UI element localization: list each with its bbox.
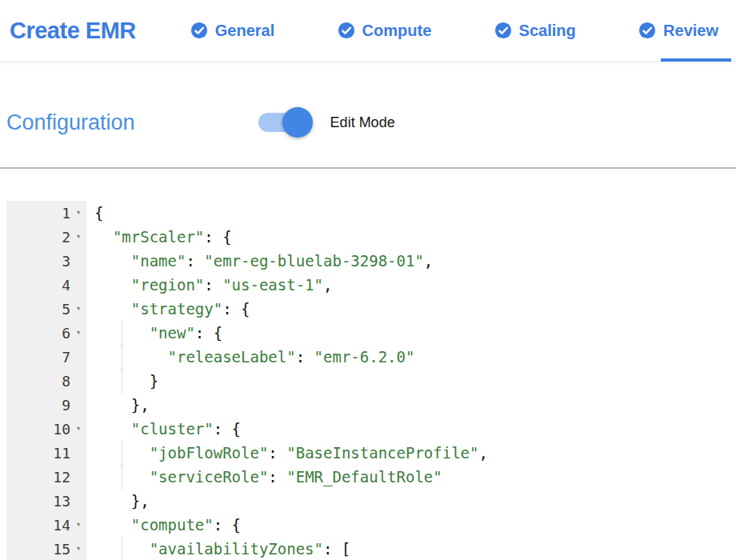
- indent-guide: [122, 345, 122, 369]
- line-number: 11: [6, 441, 86, 465]
- line-number: 7: [6, 345, 86, 369]
- toggle-knob: [282, 107, 313, 138]
- code-line: },: [94, 393, 736, 417]
- fold-arrow-icon[interactable]: ▾: [70, 321, 86, 345]
- code-line: "cluster": {: [94, 417, 736, 441]
- check-circle-icon: [638, 22, 656, 39]
- code-line: "jobFlowRole": "BaseInstanceProfile",: [94, 441, 736, 465]
- indent-guide: [122, 537, 122, 560]
- editor-gutter: 1▾2▾345▾6▾78910▾11121314▾15▾16▾: [6, 201, 86, 560]
- step-label: Scaling: [519, 22, 576, 40]
- step-label: Review: [663, 22, 718, 40]
- code-line: "region": "us-east-1",: [94, 273, 736, 297]
- editor-code[interactable]: { "mrScaler": { "name": "emr-eg-bluelab-…: [86, 201, 736, 560]
- line-number-text: 2: [62, 229, 70, 246]
- step-label: General: [215, 22, 274, 40]
- line-number: 8: [6, 369, 86, 393]
- line-number-text: 6: [62, 325, 70, 342]
- code-line: },: [94, 489, 736, 513]
- line-number-text: 15: [53, 541, 70, 558]
- code-line: "serviceRole": "EMR_DefaultRole": [94, 465, 736, 489]
- line-number-text: 9: [62, 397, 70, 414]
- line-number: 1▾: [6, 201, 86, 225]
- indent-guide: [122, 369, 122, 393]
- line-number-text: 4: [62, 277, 70, 294]
- section-title: Configuration: [6, 110, 135, 135]
- step-general[interactable]: General: [190, 0, 274, 62]
- fold-arrow-icon[interactable]: ▾: [70, 201, 86, 225]
- code-line: "name": "emr-eg-bluelab-3298-01",: [94, 249, 736, 273]
- indent-guide: [122, 465, 122, 489]
- line-number-text: 3: [62, 253, 70, 270]
- line-number-text: 5: [62, 301, 70, 318]
- step-scaling[interactable]: Scaling: [494, 0, 576, 62]
- line-number: 5▾: [6, 297, 86, 321]
- line-number: 15▾: [6, 537, 86, 560]
- line-number: 2▾: [6, 225, 86, 249]
- edit-mode-toggle[interactable]: [258, 113, 302, 132]
- line-number: 3: [6, 249, 86, 273]
- line-number-text: 13: [53, 493, 70, 510]
- code-line: "availabilityZones": [: [94, 537, 736, 560]
- line-number-text: 7: [62, 349, 70, 366]
- active-step-underline: [661, 58, 731, 62]
- line-number-text: 14: [53, 517, 70, 534]
- line-number: 14▾: [6, 513, 86, 537]
- fold-arrow-icon[interactable]: ▾: [70, 225, 86, 249]
- code-line: "new": {: [94, 321, 736, 345]
- line-number: 10▾: [6, 417, 86, 441]
- check-circle-icon: [190, 22, 208, 39]
- line-number-text: 11: [53, 445, 70, 462]
- code-line: "mrScaler": {: [94, 225, 736, 249]
- edit-mode-label: Edit Mode: [330, 114, 395, 131]
- step-label: Compute: [362, 22, 432, 40]
- check-circle-icon: [338, 22, 355, 39]
- code-line: "compute": {: [94, 513, 736, 537]
- code-line: "releaseLabel": "emr-6.2.0": [94, 345, 736, 369]
- fold-arrow-icon[interactable]: ▾: [70, 417, 86, 441]
- section-divider: [0, 167, 736, 169]
- step-review[interactable]: Review: [638, 0, 718, 62]
- fold-arrow-icon[interactable]: ▾: [70, 537, 86, 560]
- json-editor[interactable]: 1▾2▾345▾6▾78910▾11121314▾15▾16▾ { "mrSca…: [0, 201, 736, 560]
- indent-guide: [122, 321, 122, 345]
- line-number: 6▾: [6, 321, 86, 345]
- line-number-text: 8: [62, 373, 70, 390]
- check-circle-icon: [494, 22, 512, 39]
- wizard-header: Create EMR GeneralComputeScalingReview: [0, 0, 736, 62]
- line-number: 12: [6, 465, 86, 489]
- fold-arrow-icon[interactable]: ▾: [70, 297, 86, 321]
- fold-arrow-icon[interactable]: ▾: [70, 513, 86, 537]
- line-number: 9: [6, 393, 86, 417]
- wizard-steps: GeneralComputeScalingReview: [190, 0, 718, 62]
- code-line: }: [94, 369, 736, 393]
- code-line: "strategy": {: [94, 297, 736, 321]
- indent-guide: [122, 441, 122, 465]
- line-number-text: 1: [62, 205, 70, 222]
- line-number-text: 10: [53, 421, 70, 438]
- page-title: Create EMR: [10, 18, 136, 44]
- line-number: 13: [6, 489, 86, 513]
- configuration-bar: Configuration Edit Mode: [6, 107, 736, 138]
- step-compute[interactable]: Compute: [338, 0, 432, 62]
- line-number-text: 12: [53, 469, 70, 486]
- line-number: 4: [6, 273, 86, 297]
- code-line: {: [94, 201, 736, 225]
